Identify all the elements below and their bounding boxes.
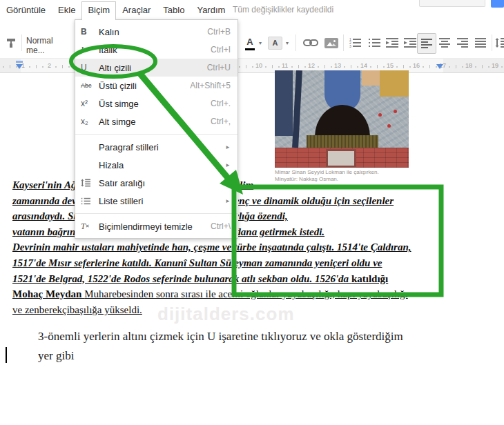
style-selector-label: Normal me... (26, 36, 53, 55)
ruler-number: 11 (282, 62, 288, 69)
strikethrough-icon: Abc (81, 82, 99, 89)
toolbar-divider (492, 34, 492, 51)
menubar-item-help[interactable]: Yardım (191, 1, 231, 20)
insert-link-button[interactable] (301, 33, 320, 52)
format-menu-item-list-styles[interactable]: Liste stilleri► (75, 192, 238, 210)
ruler-dot (68, 66, 70, 68)
align-left-button[interactable] (417, 33, 436, 54)
doc-text-segment: Devrinin mahir ustaları mahiyetinde han,… (12, 241, 411, 253)
menu-item-shortcut: Ctrl+, (211, 117, 231, 126)
align-right-button[interactable] (454, 33, 471, 52)
numbered-list-button[interactable]: 123 (346, 33, 364, 52)
ruler-tick (246, 65, 246, 68)
menu-item-label: Kalın (99, 27, 207, 37)
image-icon (324, 38, 338, 48)
superscript-icon: x² (81, 99, 99, 108)
format-menu-item-superscript[interactable]: x²Üst simgeCtrl+. (75, 95, 238, 112)
miniature-figure-dark (275, 70, 293, 136)
image-caption-line1: Mimar Sinan Seyyid Lokman ile çalışırken… (275, 169, 399, 176)
menubar: GörüntüleEkleBiçimAraçlarTabloYardım Tüm… (0, 0, 504, 19)
format-menu-item-subscript[interactable]: x₂Alt simgeCtrl+, (75, 112, 238, 130)
highlight-color-button[interactable]: A (267, 33, 283, 52)
ruler-dot (29, 66, 30, 68)
insert-image-button[interactable] (322, 33, 341, 52)
bold-icon: B (81, 27, 99, 37)
miniature-image[interactable] (275, 70, 409, 168)
ruler-dot (396, 66, 398, 68)
format-menu-item-align[interactable]: Hizala► (75, 156, 238, 174)
ruler-dot (409, 66, 411, 68)
ruler-tick (272, 65, 273, 68)
ruler-dot (357, 66, 358, 68)
doc-text-line[interactable]: ve zenberekçibaşılığa yükseldi. (12, 303, 142, 317)
miniature-figure-gold (380, 70, 409, 97)
ruler-dot (370, 66, 371, 68)
menubar-item-tools[interactable]: Araçlar (116, 1, 157, 20)
paragraph-style-selector[interactable]: Normal me... (26, 36, 72, 55)
ruler-dot (278, 66, 280, 68)
ruler-dot (344, 66, 345, 68)
format-menu-item-strikethrough[interactable]: AbcÜstü çiziliAlt+Shift+5 (75, 77, 238, 95)
paint-format-button[interactable] (3, 33, 19, 52)
submenu-arrow-icon: ► (225, 144, 231, 150)
menubar-item-format[interactable]: Biçim (81, 1, 116, 20)
line-spacing-icon (495, 38, 504, 48)
doc-text-line[interactable]: Mohaç Meydan Muharebesinden sonra sırası… (12, 287, 408, 301)
first-line-indent-marker[interactable] (16, 61, 23, 63)
italic-icon: I (81, 45, 99, 55)
miniature-arch (326, 149, 356, 168)
ruler-tick (298, 65, 299, 68)
left-indent-marker[interactable] (16, 64, 23, 69)
svg-text:3: 3 (349, 44, 351, 48)
ruler-number: 2 (48, 62, 51, 69)
doc-text-line[interactable]: Devrinin mahir ustaları mahiyetinde han,… (12, 240, 411, 254)
line-spacing-icon (81, 179, 99, 187)
ruler-tick (377, 65, 378, 68)
ruler-dot (462, 66, 463, 68)
line-spacing-button[interactable] (494, 33, 504, 52)
align-justify-button[interactable] (472, 33, 489, 52)
increase-indent-icon (404, 38, 416, 48)
ruler-dot (3, 66, 4, 68)
ruler-dot (252, 66, 253, 68)
format-menu-item-italic[interactable]: IİtalikCtrl+I (75, 41, 238, 59)
menu-item-label: Alt simge (99, 117, 211, 127)
ruler-dot (42, 66, 43, 68)
doc-text-segment: katıldığı (351, 273, 388, 284)
right-indent-marker[interactable] (436, 64, 443, 69)
doc-text-line[interactable]: 1517'de Mısır seferlerine katıldı. Kanun… (12, 256, 382, 270)
format-menu-item-underline[interactable]: UAltı çiziliCtrl+U (75, 59, 238, 77)
menubar-item-view[interactable]: Görüntüle (0, 1, 52, 20)
format-menu-item-bold[interactable]: BKalınCtrl+B (75, 23, 238, 41)
align-center-button[interactable] (436, 33, 453, 52)
doc-text-segment: 1521'de Belgrad, 1522'de Rodos seferinde… (12, 273, 351, 284)
text-color-dropdown[interactable]: ▾ (257, 33, 264, 52)
toolbar-divider (295, 34, 296, 51)
bulleted-list-button[interactable] (365, 33, 383, 52)
autosave-status: Tüm değişiklikler kaydedildi (233, 5, 333, 14)
text-color-button[interactable]: A (243, 33, 257, 52)
comments-button[interactable] (419, 0, 485, 7)
decrease-indent-button[interactable] (383, 33, 401, 52)
doc-text-line[interactable]: 1521'de Belgrad, 1522'de Rodos seferinde… (12, 272, 388, 286)
instruction-line1[interactable]: 3-önemli yerlerin altını çizmek için U i… (38, 330, 403, 344)
ruler-dot (423, 66, 424, 68)
chevron-down-icon: ▾ (286, 40, 289, 46)
image-caption-line2: Minyatür: Nakkaş Osman. (275, 176, 399, 183)
format-menu-item-clear-formatting[interactable]: T✕Biçimlendirmeyi temizleCtrl+\ (75, 217, 238, 235)
miniature-flower (387, 124, 391, 128)
instruction-line2[interactable]: yer gibi (38, 349, 74, 363)
share-button[interactable] (491, 0, 504, 8)
menubar-item-table[interactable]: Tablo (157, 1, 191, 20)
list-styles-icon (81, 197, 99, 205)
menu-item-shortcut: Ctrl+\ (211, 221, 231, 231)
bulleted-list-icon (368, 38, 380, 48)
highlight-color-dropdown[interactable]: ▾ (284, 33, 291, 52)
subscript-icon: x₂ (81, 117, 99, 126)
ruler-dot (318, 66, 319, 68)
format-menu-item-paragraph-styles[interactable]: Paragraf stilleri► (75, 138, 238, 156)
ruler-number: 10 (255, 62, 262, 69)
format-menu-item-line-spacing[interactable]: Satır aralığı► (75, 174, 238, 192)
ruler-dot (331, 66, 332, 68)
menubar-item-insert[interactable]: Ekle (52, 1, 81, 20)
